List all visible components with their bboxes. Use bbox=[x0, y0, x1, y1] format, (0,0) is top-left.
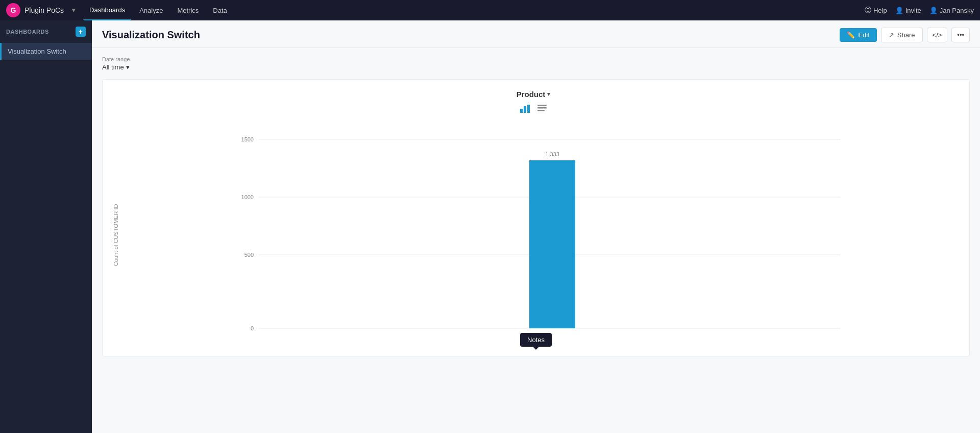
notes-tooltip[interactable]: Notes bbox=[520, 333, 552, 347]
invite-button[interactable]: 👤 Invite bbox=[895, 7, 921, 14]
product-selector[interactable]: Product ▾ bbox=[517, 90, 551, 99]
chart-svg: 1500 1000 500 0 1,333 bbox=[120, 124, 959, 344]
date-range-label: Date range bbox=[102, 56, 970, 62]
nav-tab-dashboards[interactable]: Dashboards bbox=[83, 0, 131, 20]
share-icon: ↗ bbox=[889, 31, 894, 39]
svg-rect-4 bbox=[537, 107, 547, 109]
content-area: Date range All time ▾ Product ▾ bbox=[92, 48, 980, 433]
add-dashboard-button[interactable]: + bbox=[76, 27, 86, 37]
nav-tab-data[interactable]: Data bbox=[207, 0, 233, 20]
svg-rect-1 bbox=[524, 106, 526, 113]
nav-logo[interactable]: G Plugin PoCs ▾ bbox=[6, 3, 81, 17]
invite-icon: 👤 bbox=[895, 7, 903, 14]
svg-text:1500: 1500 bbox=[241, 136, 254, 142]
code-button[interactable]: </> bbox=[927, 28, 948, 42]
bar-chart-type-button[interactable] bbox=[519, 103, 530, 114]
chart-svg-area: 1500 1000 500 0 1,333 bbox=[120, 124, 959, 346]
main-header: Visualization Switch ✏️ Edit ↗ Share </>… bbox=[92, 20, 980, 48]
edit-icon: ✏️ bbox=[847, 31, 855, 39]
share-button[interactable]: ↗ Share bbox=[881, 28, 923, 42]
chart-container: Product ▾ bbox=[102, 79, 970, 356]
nav-tabs: Dashboards Analyze Metrics Data bbox=[83, 0, 865, 20]
page-title: Visualization Switch bbox=[102, 29, 200, 41]
app-name: Plugin PoCs bbox=[24, 6, 64, 14]
sidebar-section-label: DASHBOARDS bbox=[6, 29, 49, 35]
user-icon: 👤 bbox=[929, 7, 938, 14]
main-content: Visualization Switch ✏️ Edit ↗ Share </>… bbox=[92, 20, 980, 433]
product-chevron-icon: ▾ bbox=[547, 91, 550, 98]
bar-rect bbox=[529, 160, 575, 328]
svg-text:1000: 1000 bbox=[241, 194, 254, 200]
nav-tab-analyze[interactable]: Analyze bbox=[133, 0, 169, 20]
product-label: Product bbox=[517, 90, 546, 99]
sidebar-header: DASHBOARDS + bbox=[0, 20, 92, 43]
date-range-chevron-icon: ▾ bbox=[126, 63, 130, 71]
chart-type-switcher bbox=[519, 103, 548, 114]
date-range-selector[interactable]: All time ▾ bbox=[102, 63, 970, 71]
chart-svg-wrapper: Count of CUSTOMER ID 1500 1000 bbox=[108, 124, 959, 346]
svg-text:0: 0 bbox=[251, 325, 254, 331]
sidebar: DASHBOARDS + Visualization Switch bbox=[0, 20, 92, 433]
top-nav: G Plugin PoCs ▾ Dashboards Analyze Metri… bbox=[0, 0, 980, 20]
nav-right: ⓪ Help 👤 Invite 👤 Jan Pansky bbox=[865, 6, 974, 15]
header-actions: ✏️ Edit ↗ Share </> ••• bbox=[840, 28, 970, 42]
table-chart-type-button[interactable] bbox=[536, 103, 548, 114]
svg-rect-0 bbox=[520, 109, 523, 113]
y-axis-label: Count of CUSTOMER ID bbox=[108, 124, 120, 346]
logo-icon: G bbox=[6, 3, 20, 17]
svg-text:500: 500 bbox=[244, 252, 254, 258]
edit-button[interactable]: ✏️ Edit bbox=[840, 28, 876, 42]
chart-header: Product ▾ bbox=[108, 90, 959, 114]
user-menu[interactable]: 👤 Jan Pansky bbox=[929, 7, 974, 14]
app-chevron-icon: ▾ bbox=[68, 7, 79, 14]
svg-rect-3 bbox=[537, 105, 547, 106]
layout: DASHBOARDS + Visualization Switch Visual… bbox=[0, 20, 980, 433]
nav-tab-metrics[interactable]: Metrics bbox=[171, 0, 205, 20]
sidebar-item-visualization-switch[interactable]: Visualization Switch bbox=[0, 43, 92, 60]
more-button[interactable]: ••• bbox=[951, 28, 970, 42]
help-icon: ⓪ bbox=[865, 6, 871, 15]
help-button[interactable]: ⓪ Help bbox=[865, 6, 887, 15]
svg-rect-2 bbox=[527, 105, 530, 113]
svg-rect-5 bbox=[537, 110, 545, 111]
svg-text:1,333: 1,333 bbox=[545, 151, 559, 157]
